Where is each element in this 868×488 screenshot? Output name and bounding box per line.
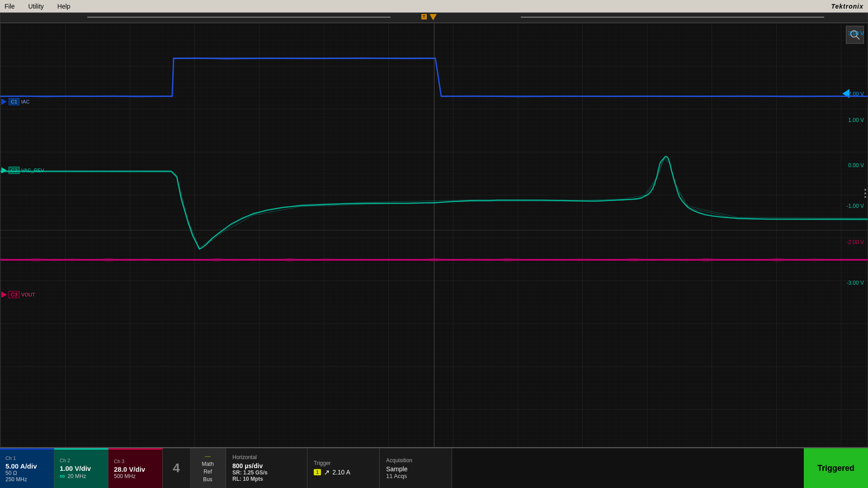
ch2-scale: 1.00 V/div	[60, 465, 103, 472]
acquisition-title: Acquisition	[386, 457, 445, 464]
horizontal-timebase: 800 µs/div	[232, 462, 301, 469]
trigger-block[interactable]: Trigger 1 ↗ 2.10 A	[307, 448, 380, 488]
ch3-status[interactable]: Ch 3 28.0 V/div 500 MHz	[108, 448, 163, 488]
horizontal-rl: RL: 10 Mpts	[232, 476, 301, 482]
trigger-flag: T	[421, 14, 427, 19]
ch2-bw-badge: ∞	[60, 472, 65, 480]
ch1-status[interactable]: Ch 1 5.00 A/div 50 Ω 250 MHz	[0, 448, 54, 488]
math-icon: —	[205, 453, 211, 460]
acquisition-count: 11 Acqs	[386, 473, 445, 479]
time-ruler: T T	[0, 13, 868, 23]
acquisition-mode: Sample	[386, 465, 445, 473]
ch1-bw: 250 MHz	[5, 476, 48, 483]
horizontal-sr: SR: 1.25 GS/s	[232, 469, 301, 476]
trigger-slope-icon: ↗	[324, 468, 330, 477]
ch1-impedance: 50 Ω	[5, 470, 48, 476]
trigger-position-marker[interactable]	[429, 14, 437, 20]
math-ref-bus-block[interactable]: — Math Ref Bus	[190, 448, 226, 488]
ch1-num-label: Ch 1	[5, 455, 48, 461]
triggered-button[interactable]: Triggered	[804, 448, 868, 488]
horizontal-title: Horizontal	[232, 454, 301, 460]
scope-container: T T 3.00 V 2.00 V 1.00 V 0.00 V	[0, 13, 868, 488]
ruler-line-left	[87, 17, 391, 18]
channel-4-num: 4	[173, 461, 180, 475]
status-bar: Ch 1 5.00 A/div 50 Ω 250 MHz Ch 2 1.00 V…	[0, 447, 868, 488]
svg-rect-3	[0, 23, 868, 447]
ch2-status[interactable]: Ch 2 1.00 V/div ∞ 20 MHz	[54, 448, 108, 488]
menu-file[interactable]: File	[5, 3, 15, 10]
trigger-badge: 1	[314, 469, 321, 475]
ch2-bw-val: 20 MHz	[67, 473, 86, 479]
menu-utility[interactable]: Utility	[28, 3, 44, 10]
ruler-line-right	[521, 17, 824, 18]
trigger-level: 2.10 A	[332, 469, 350, 476]
brand-logo: Tektronix	[831, 3, 864, 10]
ch3-scale: 28.0 V/div	[114, 465, 157, 473]
acquisition-block[interactable]: Acquisition Sample 11 Acqs	[380, 448, 452, 488]
menu-help[interactable]: Help	[57, 3, 71, 10]
waveform-svg	[0, 23, 868, 447]
channel-4-spacer: 4	[163, 448, 190, 488]
ch1-scale: 5.00 A/div	[5, 462, 48, 470]
menubar: File Utility Help Tektronix	[0, 0, 868, 13]
ch3-num-label: Ch 3	[114, 459, 157, 464]
ch3-bw: 500 MHz	[114, 473, 157, 479]
ch2-num-label: Ch 2	[60, 458, 103, 463]
trigger-title: Trigger	[314, 460, 373, 466]
waveform-display: T T 3.00 V 2.00 V 1.00 V 0.00 V	[0, 13, 868, 447]
horizontal-block[interactable]: Horizontal 800 µs/div SR: 1.25 GS/s RL: …	[226, 448, 307, 488]
math-label: Math Ref Bus	[202, 460, 214, 483]
